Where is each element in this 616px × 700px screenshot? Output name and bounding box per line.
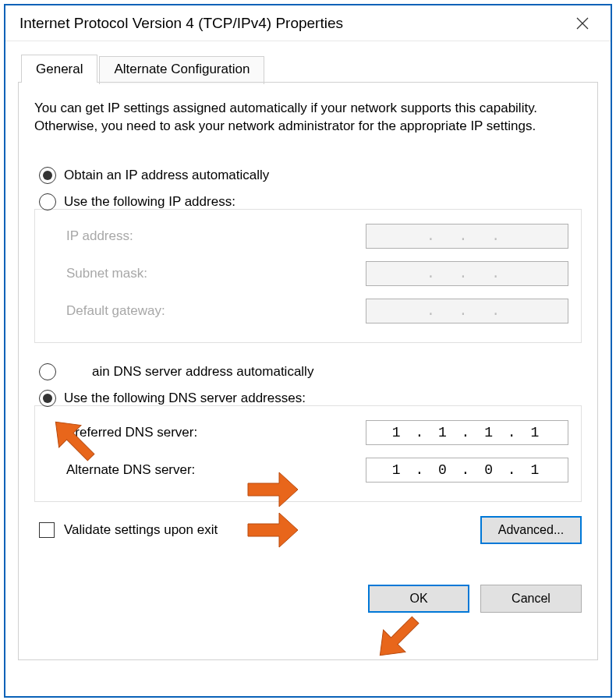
dns-group: ain DNS server address automatically Use… [34, 359, 582, 502]
preferred-dns-label: Preferred DNS server: [66, 425, 197, 440]
titlebar: Internet Protocol Version 4 (TCP/IPv4) P… [5, 5, 611, 41]
advanced-button[interactable]: Advanced... [480, 516, 582, 544]
annotation-arrow-icon [366, 606, 429, 669]
radio-icon [39, 363, 56, 380]
alternate-dns-input[interactable]: 1 . 0 . 0 . 1 [366, 458, 568, 483]
preferred-dns-row: Preferred DNS server: 1 . 1 . 1 . 1 [66, 414, 568, 451]
ip-address-label: IP address: [66, 228, 133, 244]
dialog-footer: OK Cancel [34, 585, 582, 613]
radio-label: Use the following DNS server addresses: [64, 391, 306, 406]
subnet-mask-input: . . . [366, 261, 568, 286]
ip-fieldset: IP address: . . . Subnet mask: . . . Def… [34, 209, 582, 343]
tab-general[interactable]: General [21, 55, 97, 83]
alternate-dns-label: Alternate DNS server: [66, 462, 195, 478]
cancel-button[interactable]: Cancel [480, 585, 582, 613]
dialog-window: Internet Protocol Version 4 (TCP/IPv4) P… [4, 4, 612, 698]
preferred-dns-input[interactable]: 1 . 1 . 1 . 1 [366, 420, 568, 445]
default-gateway-label: Default gateway: [66, 303, 165, 319]
radio-obtain-ip-auto[interactable]: Obtain an IP address automatically [34, 162, 582, 189]
close-button[interactable] [565, 9, 600, 37]
default-gateway-input: . . . [366, 299, 568, 323]
close-icon [576, 17, 589, 30]
radio-label-partial: ain DNS server address automatically [92, 364, 313, 380]
radio-icon [39, 193, 56, 210]
description-text: You can get IP settings assigned automat… [34, 100, 582, 136]
ok-button[interactable]: OK [368, 585, 469, 613]
default-gateway-row: Default gateway: . . . [66, 292, 568, 330]
dns-fieldset: Preferred DNS server: 1 . 1 . 1 . 1 Alte… [34, 405, 582, 502]
ip-address-group: Obtain an IP address automatically Use t… [34, 162, 582, 343]
subnet-mask-label: Subnet mask: [66, 266, 147, 281]
window-title: Internet Protocol Version 4 (TCP/IPv4) P… [19, 15, 343, 32]
subnet-mask-row: Subnet mask: . . . [66, 255, 568, 292]
ip-address-input: . . . [366, 224, 568, 249]
tab-strip: General Alternate Configuration [21, 54, 598, 82]
radio-obtain-dns-auto[interactable]: ain DNS server address automatically [34, 359, 582, 385]
tab-panel-general: You can get IP settings assigned automat… [18, 82, 598, 660]
alternate-dns-row: Alternate DNS server: 1 . 0 . 0 . 1 [66, 451, 568, 489]
dialog-content: General Alternate Configuration You can … [5, 41, 611, 660]
radio-icon [39, 167, 56, 184]
radio-label: Obtain an IP address automatically [64, 168, 269, 183]
ip-address-row: IP address: . . . [66, 217, 568, 255]
tab-alternate[interactable]: Alternate Configuration [99, 56, 264, 84]
radio-label: Use the following IP address: [64, 194, 235, 210]
checkbox-icon [39, 522, 55, 538]
validate-checkbox-label: Validate settings upon exit [64, 522, 218, 538]
radio-icon [39, 390, 56, 407]
